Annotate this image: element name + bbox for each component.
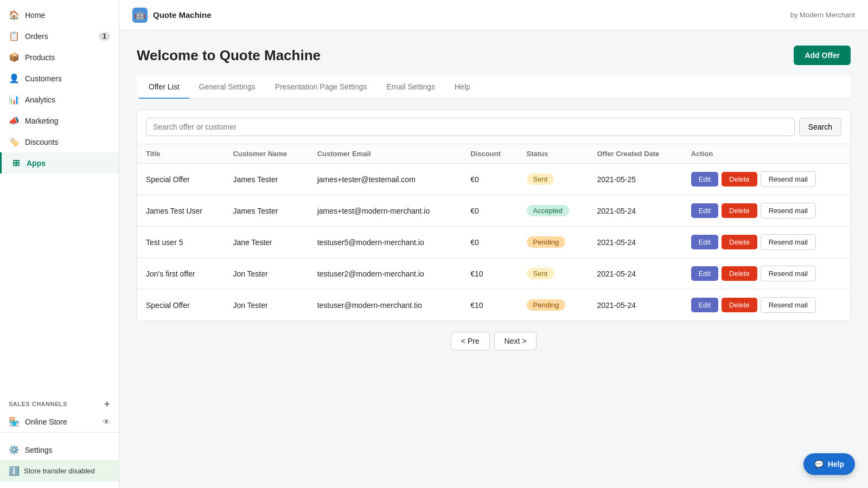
tab-email-settings[interactable]: Email Settings — [377, 76, 445, 99]
tab-offer-list[interactable]: Offer List — [139, 76, 189, 99]
customers-icon: 👤 — [9, 73, 20, 84]
table-row: Test user 5 Jane Tester testuser5@modern… — [137, 227, 850, 258]
cell-action: Edit Delete Resend mail — [682, 290, 850, 321]
table-row: James Test User James Tester james+test@… — [137, 195, 850, 227]
table-row: Special Offer Jon Tester testuser@modern… — [137, 290, 850, 321]
cell-title: Special Offer — [137, 164, 224, 195]
delete-button[interactable]: Delete — [722, 203, 757, 218]
tab-general-settings[interactable]: General Settings — [189, 76, 265, 99]
table-body: Special Offer James Tester james+tester@… — [137, 164, 850, 321]
edit-button[interactable]: Edit — [691, 266, 718, 281]
cell-customer-name: James Tester — [224, 164, 308, 195]
sidebar-item-analytics[interactable]: 📊 Analytics — [0, 89, 119, 110]
add-sales-channel-button[interactable]: + — [104, 399, 110, 409]
edit-button[interactable]: Edit — [691, 298, 718, 312]
help-fab-label: Help — [828, 460, 844, 468]
search-input[interactable] — [146, 118, 795, 136]
cell-created-date: 2021-05-24 — [588, 195, 682, 227]
offer-list-card: Search TitleCustomer NameCustomer EmailD… — [137, 110, 851, 321]
sidebar: 🏠 Home 📋 Orders 1 📦 Products 👤 Customers… — [0, 0, 119, 488]
sidebar-item-products[interactable]: 📦 Products — [0, 47, 119, 68]
resend-mail-button[interactable]: Resend mail — [761, 266, 816, 281]
table-row: Special Offer James Tester james+tester@… — [137, 164, 850, 195]
store-icon: 🏪 — [9, 416, 20, 427]
col-header-discount: Discount — [462, 144, 518, 164]
store-transfer-status: ℹ️ Store transfer disabled — [0, 460, 119, 481]
sidebar-item-settings[interactable]: ⚙️ Settings — [0, 439, 119, 460]
cell-title: Jon's first offer — [137, 258, 224, 290]
col-header-customer-email: Customer Email — [309, 144, 462, 164]
sidebar-item-label: Products — [25, 53, 55, 62]
action-buttons: Edit Delete Resend mail — [691, 266, 841, 281]
cell-customer-email: testuser@modern-merchant.tio — [309, 290, 462, 321]
action-buttons: Edit Delete Resend mail — [691, 171, 841, 187]
status-badge: Pending — [527, 299, 566, 311]
eye-icon[interactable]: 👁 — [103, 418, 110, 426]
status-badge: Accepted — [527, 205, 569, 216]
action-buttons: Edit Delete Resend mail — [691, 297, 841, 313]
delete-button[interactable]: Delete — [722, 266, 757, 281]
cell-customer-name: Jon Tester — [224, 290, 308, 321]
sidebar-item-apps[interactable]: ⊞ Apps — [0, 152, 119, 174]
delete-button[interactable]: Delete — [722, 235, 757, 249]
prev-button[interactable]: < Pre — [451, 332, 490, 350]
resend-mail-button[interactable]: Resend mail — [761, 234, 816, 250]
sidebar-item-label: Home — [25, 11, 45, 20]
table-header: TitleCustomer NameCustomer EmailDiscount… — [137, 144, 850, 164]
cell-customer-name: James Tester — [224, 195, 308, 227]
info-icon: ℹ️ — [9, 466, 20, 476]
resend-mail-button[interactable]: Resend mail — [761, 171, 816, 187]
resend-mail-button[interactable]: Resend mail — [761, 297, 816, 313]
main-area: 🤖 Quote Machine by Modern Merchant Welco… — [119, 0, 868, 488]
app-icon: 🤖 — [132, 8, 148, 23]
status-badge: Sent — [527, 268, 554, 279]
sidebar-item-label: Discounts — [25, 138, 58, 146]
next-button[interactable]: Next > — [494, 332, 537, 350]
products-icon: 📦 — [9, 52, 20, 62]
sidebar-item-marketing[interactable]: 📣 Marketing — [0, 110, 119, 131]
edit-button[interactable]: Edit — [691, 172, 718, 187]
col-header-customer-name: Customer Name — [224, 144, 308, 164]
settings-icon: ⚙️ — [9, 445, 20, 455]
cell-title: Special Offer — [137, 290, 224, 321]
tab-presentation-settings[interactable]: Presentation Page Settings — [265, 76, 377, 99]
help-fab-button[interactable]: 💬 Help — [803, 453, 855, 475]
tab-help[interactable]: Help — [445, 76, 480, 99]
apps-icon: ⊞ — [10, 158, 21, 168]
sidebar-item-label: Apps — [27, 159, 46, 168]
cell-created-date: 2021-05-25 — [588, 164, 682, 195]
sidebar-item-label: Marketing — [25, 117, 58, 125]
edit-button[interactable]: Edit — [691, 235, 718, 249]
cell-title: James Test User — [137, 195, 224, 227]
sidebar-item-orders[interactable]: 📋 Orders 1 — [0, 25, 119, 47]
sales-channels-section: SALES CHANNELS + 🏪 Online Store 👁 — [0, 393, 119, 432]
sidebar-item-online-store[interactable]: 🏪 Online Store 👁 — [0, 411, 119, 432]
action-buttons: Edit Delete Resend mail — [691, 234, 841, 250]
cell-action: Edit Delete Resend mail — [682, 227, 850, 258]
add-offer-button[interactable]: Add Offer — [794, 46, 851, 65]
cell-action: Edit Delete Resend mail — [682, 195, 850, 227]
home-icon: 🏠 — [9, 10, 20, 20]
resend-mail-button[interactable]: Resend mail — [761, 203, 816, 219]
cell-discount: €0 — [462, 164, 518, 195]
delete-button[interactable]: Delete — [722, 298, 757, 312]
cell-customer-email: testuser2@modern-merchant.io — [309, 258, 462, 290]
sidebar-item-discounts[interactable]: 🏷️ Discounts — [0, 131, 119, 152]
cell-created-date: 2021-05-24 — [588, 258, 682, 290]
col-header-status: Status — [518, 144, 589, 164]
delete-button[interactable]: Delete — [722, 172, 757, 187]
sidebar-item-label: Orders — [25, 32, 48, 41]
sales-channels-title: SALES CHANNELS + — [0, 393, 119, 411]
edit-button[interactable]: Edit — [691, 203, 718, 218]
cell-customer-email: testuser5@modern-merchant.io — [309, 227, 462, 258]
cell-status: Sent — [518, 258, 589, 290]
cell-status: Pending — [518, 290, 589, 321]
cell-action: Edit Delete Resend mail — [682, 164, 850, 195]
topbar: 🤖 Quote Machine by Modern Merchant — [119, 0, 868, 30]
cell-discount: €10 — [462, 258, 518, 290]
search-button[interactable]: Search — [799, 118, 841, 136]
sidebar-item-home[interactable]: 🏠 Home — [0, 4, 119, 25]
sidebar-nav: 🏠 Home 📋 Orders 1 📦 Products 👤 Customers… — [0, 0, 119, 393]
sidebar-item-customers[interactable]: 👤 Customers — [0, 68, 119, 89]
cell-created-date: 2021-05-24 — [588, 227, 682, 258]
